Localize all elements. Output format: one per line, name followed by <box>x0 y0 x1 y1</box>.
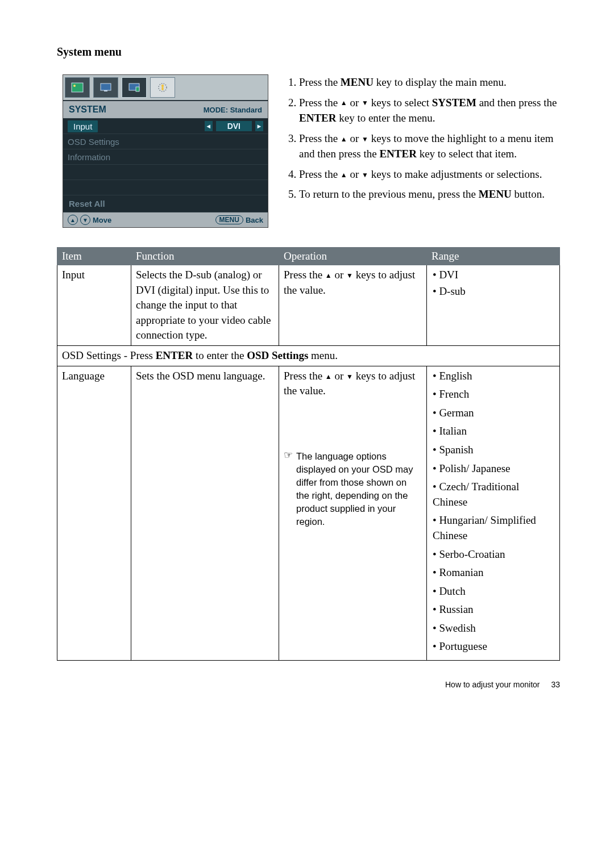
osd-item-osd-settings: OSD Settings <box>63 133 268 149</box>
range-value: • German <box>433 406 555 421</box>
text: OSD Settings - Press <box>62 349 156 361</box>
instructions-list: Press the MENU key to display the main m… <box>285 74 560 228</box>
text: or <box>332 370 346 382</box>
up-arrow-icon: ▲ <box>325 372 332 382</box>
range-value: • Russian <box>433 602 555 617</box>
section-title: System menu <box>57 45 560 59</box>
svg-rect-3 <box>104 90 107 91</box>
text: Press the <box>299 97 341 108</box>
menu-key-text: MENU <box>341 76 374 88</box>
cell-item: Language <box>57 366 131 661</box>
text: Press the <box>299 168 341 180</box>
menu-key-icon: MENU <box>215 215 243 224</box>
system-text: SYSTEM <box>432 97 476 108</box>
osd-title: SYSTEM <box>69 105 106 115</box>
text: key to select that item. <box>417 148 517 160</box>
down-arrow-icon: ▼ <box>346 372 353 382</box>
range-value: • Polish/ Japanese <box>433 461 555 477</box>
instruction-step-4: Press the ▲ or ▼ keys to make adjustment… <box>299 166 560 182</box>
page-footer: How to adjust your monitor 33 <box>57 680 560 689</box>
range-value: • Italian <box>433 424 555 439</box>
svg-rect-5 <box>136 87 139 91</box>
text: Press the <box>299 76 341 88</box>
enter-key-text: ENTER <box>299 112 336 124</box>
cell-range: • DVI • D-sub <box>427 265 560 346</box>
settings-table: Item Function Operation Range Input Sele… <box>57 247 560 661</box>
text: To return to the previous menu, press th… <box>299 188 479 200</box>
osd-empty-row <box>63 164 268 180</box>
osd-screenshot: SYSTEM MODE: Standard Input ◄ DVI ► OSD … <box>63 74 268 228</box>
instruction-step-3: Press the ▲ or ▼ keys to move the highli… <box>299 131 560 162</box>
svg-rect-0 <box>72 83 83 92</box>
text: to enter the <box>193 349 247 361</box>
osd-input-value: DVI <box>216 121 252 131</box>
table-header-row: Item Function Operation Range <box>57 248 560 265</box>
text: Press the <box>284 370 325 382</box>
note-text: The language options displayed on your O… <box>296 450 422 529</box>
down-arrow-icon: ▼ <box>362 98 368 108</box>
range-value: • Portuguese <box>433 639 555 654</box>
col-item: Item <box>57 248 131 265</box>
cell-osd-note: OSD Settings - Press ENTER to enter the … <box>57 345 560 366</box>
svg-rect-8 <box>161 87 163 90</box>
text: keys to make adjustments or selections. <box>368 168 542 180</box>
text: or <box>347 168 362 180</box>
up-key-icon: ▲ <box>68 215 78 225</box>
osd-settings-text: OSD Settings <box>247 349 308 361</box>
svg-point-1 <box>73 85 76 87</box>
cell-function: Sets the OSD menu language. <box>131 366 279 661</box>
up-arrow-icon: ▲ <box>341 135 347 144</box>
down-key-icon: ▼ <box>80 215 90 225</box>
range-value: • Romanian <box>433 565 555 581</box>
osd-menu-list: Input ◄ DVI ► OSD Settings Information <box>63 118 268 195</box>
up-arrow-icon: ▲ <box>341 170 347 180</box>
osd-item-information: Information <box>63 149 268 164</box>
osd-item-input: Input ◄ DVI ► <box>63 118 268 133</box>
instruction-step-1: Press the MENU key to display the main m… <box>299 74 560 90</box>
text: key to display the main menu. <box>374 76 507 88</box>
text: button. <box>512 188 545 200</box>
osd-tab-ergonomics-icon <box>150 77 175 98</box>
text: Press the <box>284 269 325 281</box>
osd-tab-system-icon <box>122 77 147 98</box>
instruction-step-2: Press the ▲ or ▼ keys to select SYSTEM a… <box>299 95 560 126</box>
col-operation: Operation <box>279 248 427 265</box>
enter-key-text: ENTER <box>156 349 193 361</box>
col-range: Range <box>427 248 560 265</box>
top-section: SYSTEM MODE: Standard Input ◄ DVI ► OSD … <box>57 74 560 228</box>
up-arrow-icon: ▲ <box>325 271 332 281</box>
svg-point-7 <box>161 85 164 87</box>
osd-footer: ▲ ▼ Move MENU Back <box>63 212 268 227</box>
text: or <box>347 132 362 144</box>
page: System menu SYSTEM MODE: Standard <box>0 0 614 712</box>
osd-footer-back: Back <box>246 216 263 224</box>
range-value: • Spanish <box>433 443 555 458</box>
cell-operation: Press the ▲ or ▼ keys to adjust the valu… <box>279 366 427 661</box>
footer-text: How to adjust your monitor <box>445 680 540 689</box>
cell-function: Selects the D-sub (analog) or DVI (digit… <box>131 265 279 346</box>
range-value: • DVI <box>433 268 555 283</box>
text: or <box>347 97 362 108</box>
osd-footer-move: Move <box>93 216 111 224</box>
svg-rect-2 <box>101 84 111 90</box>
text: and then press the <box>476 97 557 108</box>
left-arrow-icon: ◄ <box>205 121 213 131</box>
osd-item-label: Input <box>68 120 98 132</box>
range-value: • Serbo-Croatian <box>433 547 555 562</box>
osd-tab-picture-icon <box>65 77 90 98</box>
table-row-osd-settings-note: OSD Settings - Press ENTER to enter the … <box>57 345 560 366</box>
down-arrow-icon: ▼ <box>362 135 368 144</box>
text: Press the <box>299 132 341 144</box>
table-row-input: Input Selects the D-sub (analog) or DVI … <box>57 265 560 346</box>
range-value: • French <box>433 387 555 402</box>
cell-range: • English• French• German• Italian• Span… <box>427 366 560 661</box>
text: key to enter the menu. <box>336 112 435 124</box>
range-value: • D-sub <box>433 284 555 299</box>
osd-tab-row <box>63 75 268 101</box>
text: or <box>332 269 346 281</box>
page-number: 33 <box>551 680 560 689</box>
osd-tab-display-icon <box>93 77 118 98</box>
osd-item-label: OSD Settings <box>68 137 119 147</box>
language-note: ☞ The language options displayed on your… <box>284 450 422 529</box>
down-arrow-icon: ▼ <box>362 170 368 180</box>
